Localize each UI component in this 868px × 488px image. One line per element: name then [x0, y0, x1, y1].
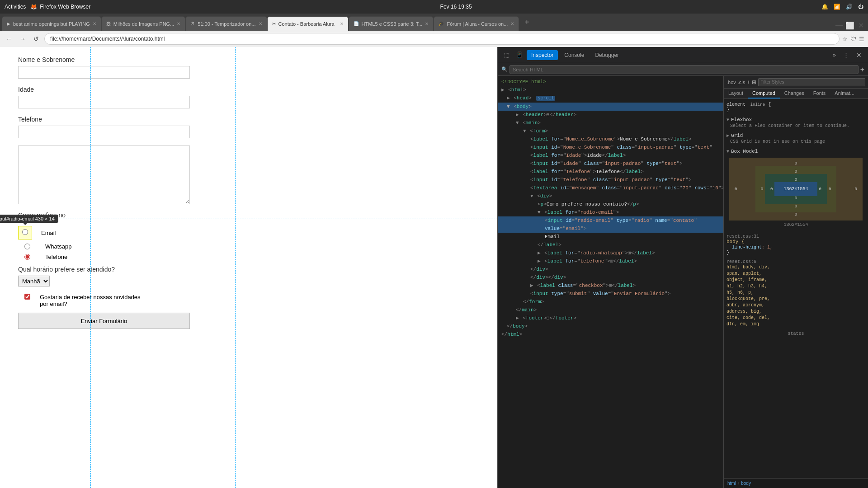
tab-debugger[interactable]: Debugger: [590, 50, 623, 60]
back-button[interactable]: ←: [4, 33, 14, 44]
body-arrow[interactable]: ▼: [507, 104, 510, 109]
bookmark-icon[interactable]: ☆: [842, 36, 848, 42]
tab-html5[interactable]: 📄 HTML5 e CSS3 parte 3: T... ✕: [349, 16, 434, 31]
tab-animations[interactable]: Animat...: [830, 89, 859, 99]
devtools-menu-button[interactable]: ⋮: [840, 51, 852, 59]
tab-close-5[interactable]: ✕: [425, 21, 429, 26]
pick-element-button[interactable]: ⬚: [501, 50, 512, 61]
div-arrow[interactable]: ▼: [530, 193, 533, 199]
menu-icon[interactable]: ☰: [859, 36, 864, 42]
more-tools-button[interactable]: »: [830, 51, 839, 59]
input-telefone[interactable]: [18, 126, 190, 138]
tree-line-input-nome[interactable]: <input id="Nome_e_Sobrenome" class="inpu…: [498, 143, 723, 151]
styles-toggle-button[interactable]: ⊞: [752, 79, 756, 85]
tab-fonts[interactable]: Fonts: [809, 89, 830, 99]
tree-line-close-main[interactable]: </main>: [498, 306, 723, 314]
main-arrow[interactable]: ▼: [516, 120, 519, 126]
tree-line-textarea[interactable]: <textarea id="mensagem" class="input-pad…: [498, 184, 723, 192]
tree-line-label-checkbox[interactable]: ▶ <label class="checkbox">⊞</label>: [498, 282, 723, 290]
tree-line-label-whatsapp[interactable]: ▶ <label for="radio-whatsapp">⊞</label>: [498, 249, 723, 257]
newsletter-checkbox[interactable]: [24, 294, 30, 300]
tree-line-close-html[interactable]: </html>: [498, 330, 723, 338]
reload-button[interactable]: ↺: [31, 33, 42, 44]
tree-line-head[interactable]: ▶ <head> scroll: [498, 94, 723, 103]
radio-telefone[interactable]: [24, 254, 30, 260]
styles-add-rule-button[interactable]: +: [747, 79, 750, 85]
responsive-design-button[interactable]: 📱: [514, 50, 525, 61]
tab-anime[interactable]: ▶ best anime openings but PLAYING ✕: [2, 16, 101, 31]
box-model-header[interactable]: ▼ Box Model: [726, 148, 865, 155]
tab-close-6[interactable]: ✕: [510, 21, 514, 26]
tree-line-email-text[interactable]: Email: [498, 233, 723, 241]
tab-console[interactable]: Console: [560, 50, 589, 60]
input-idade[interactable]: [18, 96, 190, 108]
tree-line-input-submit[interactable]: <input type="submit" value="Enviar Formu…: [498, 290, 723, 298]
tab-computed[interactable]: Computed: [748, 89, 780, 99]
schedule-select[interactable]: Manhã Tarde Noite: [18, 276, 50, 286]
tree-line-close-form[interactable]: </form>: [498, 298, 723, 306]
tree-line-header[interactable]: ▶ <header>⊞</header>: [498, 111, 723, 119]
tree-line-close-body[interactable]: </body>: [498, 322, 723, 330]
minimize-button[interactable]: —: [834, 20, 844, 31]
tree-line-label-idade[interactable]: <label for="Idade">Idade</label>: [498, 151, 723, 160]
breadcrumb-html[interactable]: html: [727, 481, 736, 486]
devtools-close-button[interactable]: ✕: [854, 51, 864, 60]
tree-line-value-email[interactable]: value="email">: [498, 225, 723, 233]
tree-line-input-telefone[interactable]: <input id="Telefone" class="input-padrao…: [498, 176, 723, 184]
tree-line-label-radio-email[interactable]: ▼ <label for="radio-email">: [498, 208, 723, 216]
grid-header[interactable]: ▶ Grid: [726, 132, 865, 139]
tab-close-4[interactable]: ✕: [340, 21, 344, 26]
tree-line-form[interactable]: ▼ <form>: [498, 127, 723, 135]
tree-line-close-div[interactable]: </div>: [498, 265, 723, 273]
submit-button[interactable]: Enviar Formulário: [18, 313, 190, 329]
tab-layout[interactable]: Layout: [724, 89, 748, 99]
tree-line-close-divdiv[interactable]: </div></div>: [498, 273, 723, 282]
activities-label[interactable]: Activities: [5, 4, 26, 10]
tree-line-p[interactable]: <p>Como prefere nosso contato?</p>: [498, 200, 723, 208]
tab-images[interactable]: 🖼 Milhões de Imagens PNG... ✕: [101, 16, 186, 31]
tab-close-3[interactable]: ✕: [259, 21, 262, 26]
html-arrow[interactable]: ▶: [501, 87, 505, 93]
tree-line-html[interactable]: ▶ <html>: [498, 86, 723, 94]
input-mensagem[interactable]: [18, 145, 190, 204]
tree-line-main[interactable]: ▼ <main>: [498, 119, 723, 127]
tab-forum[interactable]: 🎓 Fórum | Alura - Cursos on... ✕: [434, 16, 519, 31]
form-arrow[interactable]: ▼: [523, 128, 526, 134]
tree-line-label-telefone-r[interactable]: ▶ <label for="telefone">⊞</label>: [498, 257, 723, 265]
html-search-input[interactable]: [509, 65, 859, 74]
header-arrow[interactable]: ▶: [516, 112, 519, 117]
tree-line-div[interactable]: ▼ <div>: [498, 192, 723, 200]
volume-icon: 🔊: [846, 4, 853, 10]
close-button[interactable]: ✕: [855, 20, 866, 31]
breadcrumb-body[interactable]: body: [741, 481, 751, 486]
tree-line-label-telefone[interactable]: <label for="Telefone">Telefone</label>: [498, 168, 723, 176]
address-input[interactable]: [44, 33, 840, 45]
tab-close-1[interactable]: ✕: [93, 21, 96, 26]
tree-line-label-nome[interactable]: <label for="Nome_e_Sobrenome">Nome e Sob…: [498, 135, 723, 143]
contact-question-row: Como prefere no: [18, 211, 289, 222]
label-radio-arrow[interactable]: ▼: [538, 210, 541, 215]
tab-changes[interactable]: Changes: [780, 89, 809, 99]
tab-inspector[interactable]: Inspector: [527, 50, 558, 60]
tab-contato[interactable]: ✂ Contato - Barbearia Alura ✕: [267, 16, 349, 31]
new-tab-button[interactable]: +: [521, 18, 533, 27]
tree-line-footer[interactable]: ▶ <footer>⊞</footer>: [498, 314, 723, 322]
head-arrow[interactable]: ▶: [507, 95, 510, 101]
tree-line-input-radio-email[interactable]: <input id="radio-email" type="radio" nam…: [498, 216, 723, 225]
radio-whatsapp[interactable]: [24, 244, 30, 249]
radio-email[interactable]: [22, 229, 28, 235]
forward-button[interactable]: →: [17, 33, 28, 44]
add-node-button[interactable]: +: [860, 66, 864, 74]
html-tree[interactable]: <!DOCTYPE html> ▶ <html> ▶ <head> scroll…: [498, 76, 723, 488]
styles-filter-input[interactable]: [758, 78, 865, 86]
input-nome[interactable]: [18, 66, 190, 79]
radio-whatsapp-wrapper: [18, 244, 36, 249]
tree-line-close-label[interactable]: </label>: [498, 241, 723, 249]
tree-line-input-idade[interactable]: <input id="Idade" class="input-padrao" t…: [498, 160, 723, 168]
flexbox-title: Flexbox: [731, 117, 752, 122]
flexbox-header[interactable]: ▼ Flexbox: [726, 116, 865, 123]
tab-timer[interactable]: ⏱ 51:00 - Temporizador on... ✕: [185, 16, 267, 31]
tree-line-body[interactable]: ▼ <body>: [498, 103, 723, 111]
tab-close-2[interactable]: ✕: [177, 21, 180, 26]
maximize-button[interactable]: ⬜: [844, 20, 855, 31]
